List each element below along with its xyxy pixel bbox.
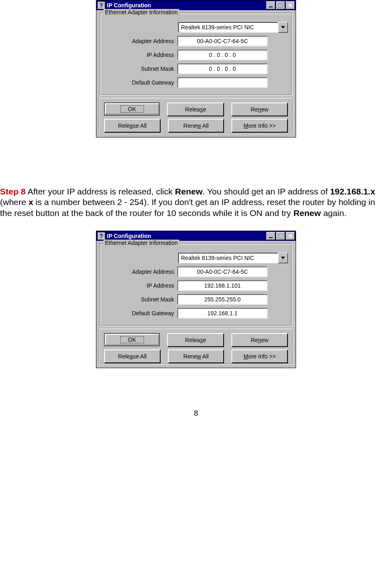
maximize-button xyxy=(276,232,285,240)
more-info-button[interactable]: More Info >> xyxy=(231,349,288,363)
default-gateway-label: Default Gateway xyxy=(105,310,177,316)
release-all-button[interactable]: Release All xyxy=(104,349,161,363)
ip-address-label: IP Address xyxy=(105,282,177,289)
adapter-combo[interactable]: Realtek 8139-series PCI NIC xyxy=(178,253,288,263)
minimize-button[interactable] xyxy=(266,232,275,240)
ip-address-value: 192.168.1.101 xyxy=(177,280,268,291)
renew-button[interactable]: Renew xyxy=(231,333,288,347)
ip-address-value: 0 . 0 . 0 . 0 xyxy=(177,50,268,60)
ip-address-label: IP Address xyxy=(105,52,177,58)
group-title: Ethernet Adapter Information xyxy=(103,9,179,15)
page-number: 8 xyxy=(0,409,392,418)
renew-button[interactable]: Renew xyxy=(231,103,288,116)
button-bar: OK Release Renew Release All Renew All xyxy=(99,98,293,134)
window-title: IP Configuration xyxy=(107,233,266,239)
adapter-address-value: 00-A0-0C-C7-64-5C xyxy=(177,36,268,46)
close-button[interactable]: ✕ xyxy=(286,1,295,9)
help-icon: ? xyxy=(97,1,105,9)
button-bar: OK Release Renew Release All Renew All xyxy=(99,329,293,364)
adapter-combo-value: Realtek 8139-series PCI NIC xyxy=(178,253,278,263)
subnet-mask-value: 0 . 0 . 0 . 0 xyxy=(177,63,268,74)
group-title: Ethernet Adapter Information xyxy=(103,240,179,246)
adapter-combo-value: Realtek 8139-series PCI NIC xyxy=(178,22,278,33)
adapter-address-label: Adapter Address xyxy=(105,268,177,275)
release-button[interactable]: Release xyxy=(167,333,224,347)
release-button[interactable]: Release xyxy=(167,103,224,116)
default-gateway-value xyxy=(177,77,268,88)
ok-button[interactable]: OK xyxy=(104,333,160,346)
help-icon: ? xyxy=(97,232,105,240)
chevron-down-icon[interactable] xyxy=(278,253,288,263)
adapter-info-group: Ethernet Adapter Information Realtek 813… xyxy=(100,13,292,96)
ip-config-dialog-1: ? IP Configuration ✕ Ethernet Adapter In… xyxy=(96,0,296,137)
adapter-info-group: Ethernet Adapter Information Realtek 813… xyxy=(100,243,292,326)
close-button[interactable]: ✕ xyxy=(286,232,295,240)
chevron-down-icon[interactable] xyxy=(278,22,288,33)
minimize-button[interactable] xyxy=(266,1,275,9)
ip-config-dialog-2: ? IP Configuration ✕ Ethernet Adapter In… xyxy=(96,231,296,368)
renew-all-button[interactable]: Renew All xyxy=(168,349,224,363)
step-label: Step 8 xyxy=(0,187,26,196)
adapter-address-value: 00-A0-0C-C7-64-5C xyxy=(177,266,268,277)
default-gateway-value: 192.168.1.1 xyxy=(177,308,268,319)
step-paragraph: Step 8 After your IP address is released… xyxy=(0,186,392,218)
ok-button[interactable]: OK xyxy=(104,103,160,116)
adapter-combo[interactable]: Realtek 8139-series PCI NIC xyxy=(178,22,288,33)
window-title: IP Configuration xyxy=(107,2,266,9)
subnet-mask-label: Subnet Mask xyxy=(105,65,177,72)
more-info-button[interactable]: More Info >> xyxy=(231,119,288,133)
adapter-address-label: Adapter Address xyxy=(105,38,177,44)
default-gateway-label: Default Gateway xyxy=(105,79,177,86)
renew-all-button[interactable]: Renew All xyxy=(168,119,224,133)
maximize-button xyxy=(276,1,285,9)
subnet-mask-label: Subnet Mask xyxy=(105,296,177,303)
subnet-mask-value: 255.255.255.0 xyxy=(177,294,268,305)
release-all-button[interactable]: Release All xyxy=(104,119,161,133)
